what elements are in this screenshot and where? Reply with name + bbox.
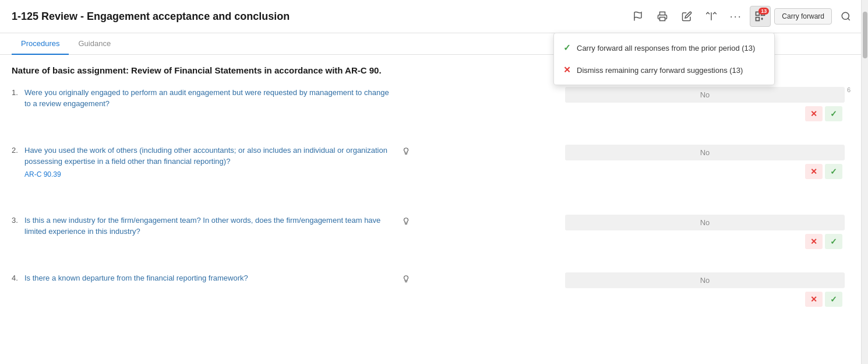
question-controls-3: No ✕ ✓ <box>565 215 845 249</box>
lightbulb-icon-4 <box>402 274 410 286</box>
question-number-2: 2. <box>12 145 24 155</box>
scrollbar-thumb[interactable] <box>863 12 867 58</box>
lightbulb-icon-3 <box>402 216 410 228</box>
action-btns-2: ✕ ✓ <box>565 164 845 179</box>
question-text-2: Have you used the work of others (includ… <box>24 145 397 180</box>
response-bar-3[interactable]: No <box>565 215 845 230</box>
search-button[interactable] <box>835 6 856 27</box>
question-controls-1: No ✕ ✓ <box>565 87 845 121</box>
svg-rect-5 <box>756 18 760 21</box>
question-row-3: 3. Is this a new industry for the firm/e… <box>12 215 856 237</box>
x-icon: ✕ <box>563 65 571 75</box>
print-button[interactable] <box>652 6 673 27</box>
reject-btn-1[interactable]: ✕ <box>805 106 823 121</box>
reject-btn-2[interactable]: ✕ <box>805 164 823 179</box>
action-btns-3: ✕ ✓ <box>565 234 845 249</box>
accept-btn-4[interactable]: ✓ <box>825 292 842 307</box>
reject-btn-3[interactable]: ✕ <box>805 234 823 249</box>
edit-button[interactable] <box>676 6 697 27</box>
question-controls-2: No ✕ ✓ <box>565 145 845 179</box>
header: 1-125 Review - Engagement acceptance and… <box>0 0 868 33</box>
carry-forward-label-btn[interactable]: Carry forward <box>774 8 832 24</box>
nature-text: Nature of basic assignment: Review of Fi… <box>12 64 408 78</box>
split-button[interactable] <box>701 6 722 27</box>
question-text-3: Is this a new industry for the firm/enga… <box>24 215 397 237</box>
more-button[interactable]: ··· <box>725 6 746 27</box>
question-controls-4: No ✕ ✓ <box>565 272 845 307</box>
response-bar-2[interactable]: No <box>565 145 845 160</box>
dismiss-remaining-item[interactable]: ✕ Dismiss remaining carry forward sugges… <box>554 59 774 81</box>
response-bar-4[interactable]: No <box>565 272 845 288</box>
carry-forward-all-text: Carry forward all responses from the pri… <box>577 44 755 52</box>
carry-forward-dropdown: ✓ Carry forward all responses from the p… <box>553 33 775 85</box>
dismiss-remaining-text: Dismiss remaining carry forward suggesti… <box>577 66 743 75</box>
toolbar: ··· 13 Carry forward <box>627 6 856 27</box>
tab-guidance[interactable]: Guidance <box>69 33 120 55</box>
reject-btn-4[interactable]: ✕ <box>805 292 823 307</box>
question-text-1: Were you originally engaged to perform a… <box>24 87 397 110</box>
main-content: Nature of basic assignment: Review of Fi… <box>0 55 868 355</box>
accept-btn-2[interactable]: ✓ <box>825 164 842 179</box>
carry-forward-button[interactable]: 13 <box>750 6 771 27</box>
lightbulb-icon-2 <box>402 146 410 158</box>
action-btns-1: ✕ ✓ <box>565 106 845 121</box>
svg-point-6 <box>842 12 849 19</box>
ref-link-2[interactable]: AR-C 90.39 <box>24 169 397 180</box>
question-number-1: 1. <box>12 87 24 97</box>
scrollbar[interactable] <box>861 0 868 364</box>
question-number-4: 4. <box>12 272 24 282</box>
badge-count: 13 <box>758 8 769 15</box>
question-row-2: 2. Have you used the work of others (inc… <box>12 145 856 180</box>
tab-procedures[interactable]: Procedures <box>12 33 69 55</box>
svg-rect-1 <box>660 18 665 21</box>
question-number-3: 3. <box>12 215 24 225</box>
accept-btn-1[interactable]: ✓ <box>825 106 842 121</box>
page-title: 1-125 Review - Engagement acceptance and… <box>12 10 290 23</box>
question-row-1: 1. Were you originally engaged to perfor… <box>12 87 856 110</box>
question-text-4: Is there a known departure from the fina… <box>24 272 397 284</box>
action-btns-4: ✕ ✓ <box>565 292 845 307</box>
flag-button[interactable] <box>627 6 648 27</box>
check-icon: ✓ <box>563 43 571 53</box>
response-bar-1[interactable]: No <box>565 87 845 103</box>
svg-line-7 <box>848 18 849 20</box>
carry-forward-all-item[interactable]: ✓ Carry forward all responses from the p… <box>554 37 774 59</box>
question-row-4: 4. Is there a known departure from the f… <box>12 272 856 286</box>
accept-btn-3[interactable]: ✓ <box>825 234 842 249</box>
